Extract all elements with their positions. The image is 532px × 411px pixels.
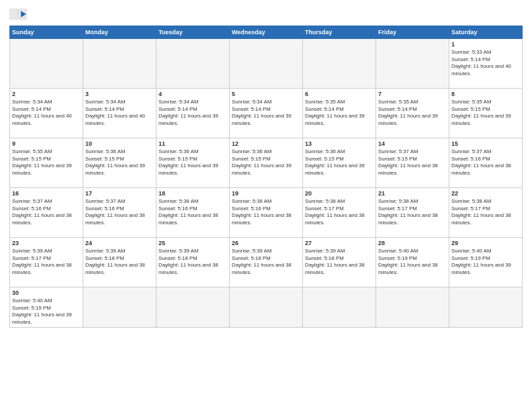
day-number: 28 — [378, 239, 447, 247]
calendar-cell: 24Sunrise: 5:39 AMSunset: 5:18 PMDayligh… — [83, 238, 157, 287]
calendar-cell: 3Sunrise: 5:34 AMSunset: 5:14 PMDaylight… — [83, 89, 157, 138]
day-number: 1 — [451, 40, 520, 48]
logo — [9, 7, 31, 21]
calendar-week-2: 2Sunrise: 5:34 AMSunset: 5:14 PMDaylight… — [10, 89, 523, 138]
calendar-cell — [230, 287, 303, 328]
day-number: 29 — [451, 239, 520, 247]
day-info: Sunrise: 5:37 AMSunset: 5:16 PMDaylight:… — [85, 198, 154, 226]
calendar-cell: 13Sunrise: 5:36 AMSunset: 5:15 PMDayligh… — [303, 138, 376, 188]
day-number: 9 — [12, 140, 81, 148]
day-number: 7 — [378, 90, 447, 98]
calendar-cell: 6Sunrise: 5:35 AMSunset: 5:14 PMDaylight… — [303, 89, 376, 138]
calendar-cell — [303, 287, 376, 328]
day-info: Sunrise: 5:40 AMSunset: 5:19 PMDaylight:… — [12, 298, 81, 326]
calendar-cell: 18Sunrise: 5:38 AMSunset: 5:16 PMDayligh… — [157, 188, 230, 238]
calendar-cell: 15Sunrise: 5:37 AMSunset: 5:16 PMDayligh… — [449, 138, 523, 188]
day-info: Sunrise: 5:35 AMSunset: 5:14 PMDaylight:… — [378, 99, 447, 127]
day-number: 22 — [451, 189, 520, 197]
calendar-cell: 23Sunrise: 5:39 AMSunset: 5:17 PMDayligh… — [10, 238, 83, 287]
day-info: Sunrise: 5:37 AMSunset: 5:15 PMDaylight:… — [378, 148, 447, 177]
calendar-cell — [376, 287, 449, 328]
day-number: 17 — [85, 189, 154, 197]
day-info: Sunrise: 5:34 AMSunset: 5:14 PMDaylight:… — [85, 99, 154, 127]
generalblue-logo-icon — [9, 7, 28, 21]
day-number: 11 — [159, 140, 227, 148]
day-number: 20 — [305, 189, 373, 197]
day-info: Sunrise: 5:35 AMSunset: 5:15 PMDaylight:… — [451, 99, 520, 127]
day-number: 30 — [12, 289, 81, 297]
day-number: 25 — [159, 239, 227, 247]
calendar-cell — [376, 39, 449, 89]
day-number: 3 — [85, 90, 154, 98]
svg-rect-0 — [10, 9, 18, 19]
day-number: 8 — [451, 90, 520, 98]
calendar-cell: 20Sunrise: 5:38 AMSunset: 5:17 PMDayligh… — [303, 188, 376, 238]
calendar-cell: 1Sunrise: 5:33 AMSunset: 5:14 PMDaylight… — [449, 39, 523, 89]
calendar-cell: 27Sunrise: 5:39 AMSunset: 5:18 PMDayligh… — [303, 238, 376, 287]
calendar-week-3: 9Sunrise: 5:35 AMSunset: 5:15 PMDaylight… — [10, 138, 523, 188]
day-info: Sunrise: 5:34 AMSunset: 5:14 PMDaylight:… — [12, 99, 81, 127]
day-number: 26 — [232, 239, 300, 247]
calendar-cell: 11Sunrise: 5:36 AMSunset: 5:15 PMDayligh… — [157, 138, 230, 188]
calendar-cell — [449, 287, 523, 328]
calendar-cell: 19Sunrise: 5:38 AMSunset: 5:16 PMDayligh… — [230, 188, 303, 238]
day-info: Sunrise: 5:39 AMSunset: 5:18 PMDaylight:… — [305, 248, 373, 276]
weekday-header-friday: Friday — [376, 26, 449, 39]
day-info: Sunrise: 5:40 AMSunset: 5:19 PMDaylight:… — [451, 248, 520, 276]
day-info: Sunrise: 5:40 AMSunset: 5:19 PMDaylight:… — [378, 248, 447, 276]
day-info: Sunrise: 5:38 AMSunset: 5:16 PMDaylight:… — [159, 198, 227, 226]
day-info: Sunrise: 5:36 AMSunset: 5:15 PMDaylight:… — [159, 148, 227, 177]
calendar-cell: 26Sunrise: 5:39 AMSunset: 5:18 PMDayligh… — [230, 238, 303, 287]
day-number: 23 — [12, 239, 81, 247]
calendar-week-1: 1Sunrise: 5:33 AMSunset: 5:14 PMDaylight… — [10, 39, 523, 89]
day-info: Sunrise: 5:36 AMSunset: 5:15 PMDaylight:… — [85, 148, 154, 177]
day-info: Sunrise: 5:39 AMSunset: 5:18 PMDaylight:… — [159, 248, 227, 276]
calendar-cell: 17Sunrise: 5:37 AMSunset: 5:16 PMDayligh… — [83, 188, 157, 238]
calendar-cell — [157, 39, 230, 89]
calendar-cell — [303, 39, 376, 89]
calendar-cell: 7Sunrise: 5:35 AMSunset: 5:14 PMDaylight… — [376, 89, 449, 138]
calendar-cell — [230, 39, 303, 89]
day-info: Sunrise: 5:36 AMSunset: 5:15 PMDaylight:… — [305, 148, 373, 177]
day-number: 10 — [85, 140, 154, 148]
day-number: 24 — [85, 239, 154, 247]
day-info: Sunrise: 5:33 AMSunset: 5:14 PMDaylight:… — [451, 49, 520, 77]
calendar-cell — [83, 39, 157, 89]
calendar-cell: 9Sunrise: 5:35 AMSunset: 5:15 PMDaylight… — [10, 138, 83, 188]
day-info: Sunrise: 5:34 AMSunset: 5:14 PMDaylight:… — [159, 99, 227, 127]
day-info: Sunrise: 5:37 AMSunset: 5:16 PMDaylight:… — [451, 148, 520, 177]
day-number: 18 — [159, 189, 227, 197]
day-info: Sunrise: 5:35 AMSunset: 5:14 PMDaylight:… — [305, 99, 373, 127]
day-info: Sunrise: 5:35 AMSunset: 5:15 PMDaylight:… — [12, 148, 81, 177]
day-number: 14 — [378, 140, 447, 148]
day-number: 5 — [232, 90, 300, 98]
calendar-cell: 21Sunrise: 5:38 AMSunset: 5:17 PMDayligh… — [376, 188, 449, 238]
calendar-cell — [157, 287, 230, 328]
day-info: Sunrise: 5:38 AMSunset: 5:16 PMDaylight:… — [232, 198, 300, 226]
day-info: Sunrise: 5:38 AMSunset: 5:17 PMDaylight:… — [305, 198, 373, 226]
day-info: Sunrise: 5:34 AMSunset: 5:14 PMDaylight:… — [232, 99, 300, 127]
day-info: Sunrise: 5:38 AMSunset: 5:17 PMDaylight:… — [451, 198, 520, 226]
calendar-cell: 2Sunrise: 5:34 AMSunset: 5:14 PMDaylight… — [10, 89, 83, 138]
calendar-cell — [83, 287, 157, 328]
calendar-cell: 30Sunrise: 5:40 AMSunset: 5:19 PMDayligh… — [10, 287, 83, 328]
weekday-header-thursday: Thursday — [303, 26, 376, 39]
calendar-cell: 8Sunrise: 5:35 AMSunset: 5:15 PMDaylight… — [449, 89, 523, 138]
calendar-cell: 28Sunrise: 5:40 AMSunset: 5:19 PMDayligh… — [376, 238, 449, 287]
calendar-week-6: 30Sunrise: 5:40 AMSunset: 5:19 PMDayligh… — [10, 287, 523, 328]
calendar-cell: 14Sunrise: 5:37 AMSunset: 5:15 PMDayligh… — [376, 138, 449, 188]
day-number: 4 — [159, 90, 227, 98]
day-number: 13 — [305, 140, 373, 148]
weekday-header-wednesday: Wednesday — [230, 26, 303, 39]
weekday-header-row: SundayMondayTuesdayWednesdayThursdayFrid… — [10, 26, 523, 39]
page: SundayMondayTuesdayWednesdayThursdayFrid… — [0, 0, 532, 411]
day-number: 27 — [305, 239, 373, 247]
day-info: Sunrise: 5:36 AMSunset: 5:15 PMDaylight:… — [232, 148, 300, 177]
day-number: 12 — [232, 140, 300, 148]
weekday-header-saturday: Saturday — [449, 26, 523, 39]
calendar-cell: 25Sunrise: 5:39 AMSunset: 5:18 PMDayligh… — [157, 238, 230, 287]
day-number: 16 — [12, 189, 81, 197]
weekday-header-tuesday: Tuesday — [157, 26, 230, 39]
calendar-cell: 5Sunrise: 5:34 AMSunset: 5:14 PMDaylight… — [230, 89, 303, 138]
header — [9, 7, 523, 21]
